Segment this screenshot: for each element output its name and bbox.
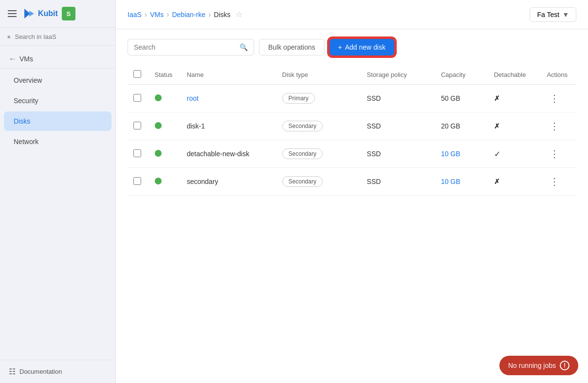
disk-type-badge: Secondary [282, 176, 323, 187]
kubit-text: Kubit [38, 9, 58, 18]
back-arrow-icon: ← [9, 55, 17, 63]
disk-type-badge: Secondary [282, 148, 323, 159]
kubit-logo: Kubit [22, 7, 58, 20]
detachable-check: ✓ [494, 150, 500, 158]
sidebar-item-security[interactable]: Security [4, 91, 111, 110]
storage-policy: SSD [361, 168, 435, 196]
search-icon: ● [7, 33, 11, 40]
capacity: 10 GB [435, 168, 488, 196]
hamburger-icon[interactable] [8, 10, 17, 17]
topbar: IaaS › VMs › Debian-rke › Disks ☆ Fa Tes… [116, 0, 588, 29]
disks-table: Status Name Disk type Storage policy Cap… [128, 65, 576, 196]
col-disktype: Disk type [276, 65, 361, 85]
chevron-down-icon: ▼ [562, 11, 569, 18]
no-running-jobs-badge[interactable]: No running jobs ! [499, 356, 578, 375]
sidebar: Kubit S ● ← VMs Overview Security Disks … [0, 0, 116, 383]
status-dot [155, 122, 162, 129]
breadcrumb-sep-1: › [145, 10, 147, 19]
row-action-menu[interactable]: ⋮ [547, 147, 562, 161]
col-capacity: Capacity [435, 65, 488, 85]
no-jobs-label: No running jobs [508, 362, 556, 369]
breadcrumb: IaaS › VMs › Debian-rke › Disks ☆ [128, 10, 242, 19]
disk-name: secondary [187, 178, 219, 185]
sidebar-search-input[interactable] [15, 33, 109, 40]
row-action-menu[interactable]: ⋮ [547, 119, 562, 133]
table-row: secondary Secondary SSD 10 GB ✗ ⋮ [128, 168, 576, 196]
page-content: 🔍 Bulk operations + Add new disk Status … [116, 29, 588, 383]
row-action-menu[interactable]: ⋮ [547, 91, 562, 105]
breadcrumb-vms[interactable]: VMs [150, 11, 164, 18]
col-actions: Actions [541, 65, 576, 85]
sidebar-item-network[interactable]: Network [4, 132, 111, 151]
disk-name-link[interactable]: root [187, 94, 199, 102]
tenant-name: Fa Test [537, 11, 559, 18]
disk-type-badge: Secondary [282, 121, 323, 131]
secondary-logo: S [62, 7, 75, 20]
disk-name: detachable-new-disk [187, 150, 249, 158]
search-icon: 🔍 [239, 43, 248, 51]
sidebar-search-box[interactable]: ● [0, 28, 115, 46]
logo-area: Kubit S [22, 7, 75, 20]
status-dot [155, 94, 162, 101]
detachable-x: ✗ [494, 178, 500, 185]
storage-policy: SSD [361, 112, 435, 140]
favorite-icon[interactable]: ☆ [236, 10, 242, 19]
table-row: detachable-new-disk Secondary SSD 10 GB … [128, 140, 576, 168]
col-storage: Storage policy [361, 65, 435, 85]
row-checkbox[interactable] [133, 177, 141, 185]
search-input[interactable] [134, 43, 236, 51]
back-label: VMs [19, 55, 33, 63]
row-action-menu[interactable]: ⋮ [547, 175, 562, 188]
row-checkbox[interactable] [133, 122, 141, 129]
storage-policy: SSD [361, 140, 435, 168]
plus-icon: + [338, 43, 342, 51]
status-dot [155, 150, 162, 157]
kubit-logo-icon [22, 7, 36, 20]
doc-icon: ☷ [9, 367, 16, 376]
detachable-x: ✗ [494, 94, 500, 102]
breadcrumb-sep-3: › [208, 10, 211, 19]
tenant-selector[interactable]: Fa Test ▼ [530, 7, 576, 22]
bulk-operations-button[interactable]: Bulk operations [259, 39, 325, 55]
add-disk-label: Add new disk [345, 43, 386, 51]
breadcrumb-disks: Disks [214, 11, 230, 18]
disk-name: disk-1 [187, 122, 205, 130]
toolbar: 🔍 Bulk operations + Add new disk [128, 39, 576, 55]
add-new-disk-button[interactable]: + Add new disk [330, 39, 394, 55]
row-checkbox[interactable] [133, 94, 141, 102]
breadcrumb-debian-rke[interactable]: Debian-rke [172, 11, 205, 18]
table-row: root Primary SSD 50 GB ✗ ⋮ [128, 85, 576, 112]
select-all-checkbox[interactable] [133, 70, 141, 78]
breadcrumb-sep-2: › [166, 10, 169, 19]
search-box[interactable]: 🔍 [128, 39, 254, 55]
topbar-right: Fa Test ▼ [530, 7, 576, 22]
back-to-vms[interactable]: ← VMs [0, 50, 115, 69]
capacity: 50 GB [435, 85, 488, 112]
status-dot [155, 178, 162, 184]
col-name: Name [181, 65, 276, 85]
sidebar-item-disks[interactable]: Disks [4, 111, 111, 131]
table-row: disk-1 Secondary SSD 20 GB ✗ ⋮ [128, 112, 576, 140]
storage-policy: SSD [361, 85, 435, 112]
row-checkbox[interactable] [133, 149, 141, 157]
breadcrumb-iaas[interactable]: IaaS [128, 11, 142, 18]
detachable-x: ✗ [494, 122, 500, 130]
capacity: 10 GB [435, 140, 488, 168]
bottom-bar: No running jobs ! [499, 356, 578, 375]
col-status: Status [149, 65, 181, 85]
table-body: root Primary SSD 50 GB ✗ ⋮ disk-1 Second… [128, 85, 576, 196]
col-detachable: Detachable [488, 65, 541, 85]
capacity: 20 GB [435, 112, 488, 140]
sidebar-nav: ← VMs Overview Security Disks Network [0, 46, 115, 360]
table-header: Status Name Disk type Storage policy Cap… [128, 65, 576, 85]
disk-type-badge: Primary [282, 93, 315, 104]
documentation-link[interactable]: ☷ Documentation [0, 360, 115, 383]
main-content: IaaS › VMs › Debian-rke › Disks ☆ Fa Tes… [116, 0, 588, 383]
alert-icon: ! [560, 361, 570, 370]
sidebar-item-overview[interactable]: Overview [4, 71, 111, 90]
sidebar-header: Kubit S [0, 0, 115, 28]
